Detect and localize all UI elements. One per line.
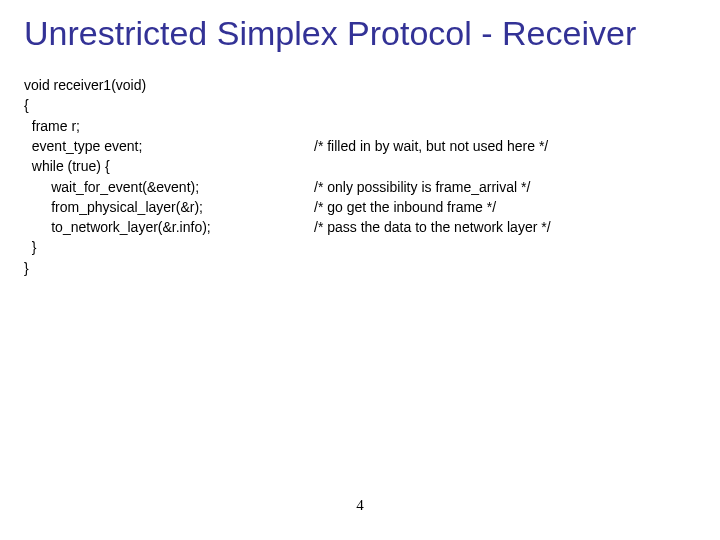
code-text: { (24, 95, 314, 115)
code-text: } (24, 237, 314, 257)
slide: Unrestricted Simplex Protocol - Receiver… (0, 0, 720, 540)
code-line: frame r; (24, 116, 696, 136)
code-comment: /* filled in by wait, but not used here … (314, 136, 696, 156)
code-comment (314, 75, 696, 95)
code-comment (314, 258, 696, 278)
code-line: to_network_layer(&r.info); /* pass the d… (24, 217, 696, 237)
slide-title: Unrestricted Simplex Protocol - Receiver (24, 14, 696, 53)
code-text: to_network_layer(&r.info); (24, 217, 314, 237)
code-comment: /* pass the data to the network layer */ (314, 217, 696, 237)
code-line: wait_for_event(&event); /* only possibil… (24, 177, 696, 197)
code-text: wait_for_event(&event); (24, 177, 314, 197)
code-comment: /* only possibility is frame_arrival */ (314, 177, 696, 197)
code-comment (314, 116, 696, 136)
code-text: void receiver1(void) (24, 75, 314, 95)
code-text: } (24, 258, 314, 278)
code-line: void receiver1(void) (24, 75, 696, 95)
code-line: event_type event; /* filled in by wait, … (24, 136, 696, 156)
page-number: 4 (0, 497, 720, 514)
code-comment (314, 237, 696, 257)
code-line: from_physical_layer(&r); /* go get the i… (24, 197, 696, 217)
code-text: event_type event; (24, 136, 314, 156)
code-text: from_physical_layer(&r); (24, 197, 314, 217)
code-line: } (24, 258, 696, 278)
code-line: while (true) { (24, 156, 696, 176)
code-comment (314, 156, 696, 176)
code-block: void receiver1(void) { frame r; event_ty… (24, 75, 696, 278)
code-text: frame r; (24, 116, 314, 136)
code-comment (314, 95, 696, 115)
code-line: { (24, 95, 696, 115)
code-line: } (24, 237, 696, 257)
code-comment: /* go get the inbound frame */ (314, 197, 696, 217)
code-text: while (true) { (24, 156, 314, 176)
